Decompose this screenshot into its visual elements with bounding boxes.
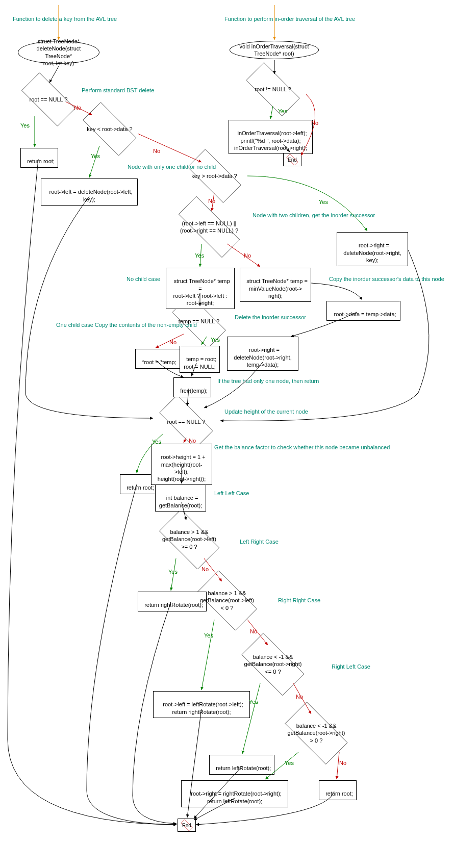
edge-d10-yes: Yes — [285, 760, 294, 766]
process-free-temp-text: free(temp); — [180, 388, 208, 394]
process-update-height: root->height = 1 + max(height(root->left… — [151, 444, 212, 485]
decision-rl: balance < -1 && getBalance(root->right) … — [275, 711, 357, 755]
process-root-null: temp = root; root = NULL; — [180, 346, 220, 373]
edge-d5-yes: Yes — [211, 337, 220, 343]
process-temp-minvalue-text: struct TreeNode* temp = minValueNode(roo… — [246, 278, 308, 299]
edge-d4-yes: Yes — [195, 252, 204, 259]
process-return-root-3-text: return root; — [325, 790, 353, 797]
end-traverse-text: End — [288, 157, 297, 163]
comment-updheight: Update height of the current node — [224, 408, 308, 415]
edge-d10-no: No — [339, 760, 346, 766]
process-return-root-3: return root; — [319, 780, 357, 800]
comment-fn-delete: Function to delete a key from the AVL tr… — [13, 15, 117, 22]
process-update-height-text: root->height = 1 + max(height(root->left… — [158, 454, 206, 482]
process-copy-root-text: *root = *temp; — [142, 359, 176, 365]
decision-root-null-1: root == NULL ? — [13, 82, 84, 117]
comment-copyinorder: Copy the inorder successor's data to thi… — [329, 275, 444, 283]
comment-fn-traverse: Function to perform in-order traversal o… — [224, 15, 355, 22]
decision-temp-null: temp == NULL ? — [163, 303, 235, 339]
edge-d3-no: No — [208, 198, 215, 204]
process-delete-successor: root->right = deleteNode(root->right, te… — [227, 337, 298, 371]
edge-d8-yes: Yes — [204, 632, 213, 639]
terminal-traverse-text: void inOrderTraversal(struct TreeNode* r… — [240, 43, 309, 58]
comment-rl: Right Left Case — [332, 663, 370, 670]
process-return-root-1-text: return root; — [27, 158, 55, 164]
process-delete-left-text: root->left = deleteNode(root->left, key)… — [49, 189, 133, 202]
decision-key-gt: key > root->data ? — [179, 158, 250, 194]
edge-d2-no: No — [153, 148, 160, 154]
edge-d6-no: No — [189, 438, 196, 444]
decision-root-null-1-text: root == NULL ? — [30, 96, 68, 103]
process-temp-left-or-right-text: struct TreeNode* temp = root->left ? roo… — [173, 278, 232, 306]
edge-d4-no: No — [244, 252, 251, 259]
edge-d9-no: No — [296, 694, 303, 700]
decision-lr: balance > 1 && getBalance(root->left) < … — [189, 579, 265, 622]
process-traverse-body-text: inOrderTraversal(root->left); printf("%d… — [234, 130, 307, 151]
process-left-rotate: return leftRotate(root); — [209, 755, 274, 775]
process-free-temp: free(temp); — [173, 377, 211, 397]
decision-rr-text: balance < -1 && getBalance(root->right) … — [244, 653, 302, 675]
edge-d1-no: No — [74, 105, 81, 111]
end-delete: End — [178, 819, 196, 832]
process-rl-rotate-text: root->right = rightRotate(root->right); … — [191, 790, 282, 804]
decision-temp-null-text: temp == NULL ? — [179, 318, 219, 325]
flowchart-edges — [0, 0, 454, 868]
process-root-null-text: temp = root; root = NULL; — [184, 356, 216, 369]
decision-lr-text: balance > 1 && getBalance(root->left) < … — [200, 590, 254, 611]
svg-line-2 — [49, 66, 59, 83]
edge-td1-yes: Yes — [278, 108, 287, 114]
terminal-delete-text: struct TreeNode* deleteNode(struct TreeN… — [26, 38, 92, 67]
process-delete-left: root->left = deleteNode(root->left, key)… — [41, 178, 138, 206]
decision-traverse-root-notnull: root != NULL ? — [237, 71, 309, 107]
edge-d2-yes: Yes — [91, 153, 100, 159]
end-traverse: End — [283, 153, 301, 166]
terminal-delete: struct TreeNode* deleteNode(struct TreeN… — [18, 41, 99, 64]
process-return-root-1: return root; — [20, 148, 58, 168]
comment-balfactor: Get the balance factor to check whether … — [214, 444, 390, 451]
end-delete-text: End — [182, 823, 191, 828]
edge-d9-yes: Yes — [249, 699, 258, 705]
comment-twochild: Node with two children, get the inorder … — [253, 212, 375, 219]
process-copy-root: *root = *temp; — [135, 349, 180, 369]
process-traverse-body: inOrderTraversal(root->left); printf("%d… — [229, 120, 313, 154]
process-delete-right-text: root->right = deleteNode(root->right, ke… — [343, 242, 401, 263]
decision-root-null-2: root == NULL ? — [150, 404, 222, 440]
decision-key-lt-text: key < root->data ? — [87, 125, 132, 133]
comment-bst: Perform standard BST delete — [82, 87, 154, 94]
process-rl-rotate: root->right = rightRotate(root->right); … — [181, 780, 288, 807]
decision-key-gt-text: key > root->data ? — [191, 172, 237, 180]
process-get-balance: int balance = getBalance(root); — [155, 484, 206, 512]
decision-left-or-right-null: (root->left == NULL) || (root->right == … — [166, 209, 253, 245]
edge-d7-no: No — [201, 566, 209, 572]
terminal-traverse: void inOrderTraversal(struct TreeNode* r… — [230, 41, 319, 59]
process-left-rotate-text: return leftRotate(root); — [216, 765, 271, 771]
process-lr-rotate: root->left = leftRotate(root->left); ret… — [153, 691, 250, 718]
comment-ll: Left Left Case — [214, 490, 249, 497]
edge-d1-yes: Yes — [20, 122, 30, 129]
process-return-root-2-text: return root; — [127, 484, 154, 491]
decision-rr: balance < -1 && getBalance(root->right) … — [232, 643, 314, 686]
process-copy-data: root->data = temp->data; — [326, 301, 400, 321]
comment-nochild: No child case — [127, 275, 160, 283]
decision-key-lt: key < root->data ? — [74, 111, 145, 147]
comment-onlyone: If the tree had only one node, then retu… — [217, 377, 319, 385]
comment-delinorder: Delete the inorder successor — [235, 314, 306, 321]
decision-ll: balance > 1 && getBalance(root->left) >=… — [151, 518, 228, 561]
comment-rr: Right Right Case — [278, 597, 320, 604]
decision-rl-text: balance < -1 && getBalance(root->right) … — [288, 722, 345, 744]
decision-root-null-2-text: root == NULL ? — [167, 418, 206, 425]
edge-td1-no: No — [311, 120, 318, 126]
process-temp-minvalue: struct TreeNode* temp = minValueNode(roo… — [240, 268, 311, 302]
process-get-balance-text: int balance = getBalance(root); — [159, 495, 202, 508]
comment-lr: Left Right Case — [240, 538, 279, 545]
process-lr-rotate-text: root->left = leftRotate(root->left); ret… — [163, 701, 243, 714]
edge-d6-yes: Yes — [152, 439, 161, 445]
process-copy-data-text: root->data = temp->data; — [334, 311, 396, 317]
edge-d3-yes: Yes — [319, 199, 328, 205]
edge-d5-no: No — [169, 339, 176, 345]
edge-d8-no: No — [250, 628, 257, 634]
decision-traverse-root-notnull-text: root != NULL ? — [255, 86, 291, 93]
svg-line-13 — [270, 106, 273, 119]
edge-d7-yes: Yes — [168, 569, 178, 575]
decision-left-or-right-null-text: (root->left == NULL) || (root->right == … — [180, 220, 238, 235]
